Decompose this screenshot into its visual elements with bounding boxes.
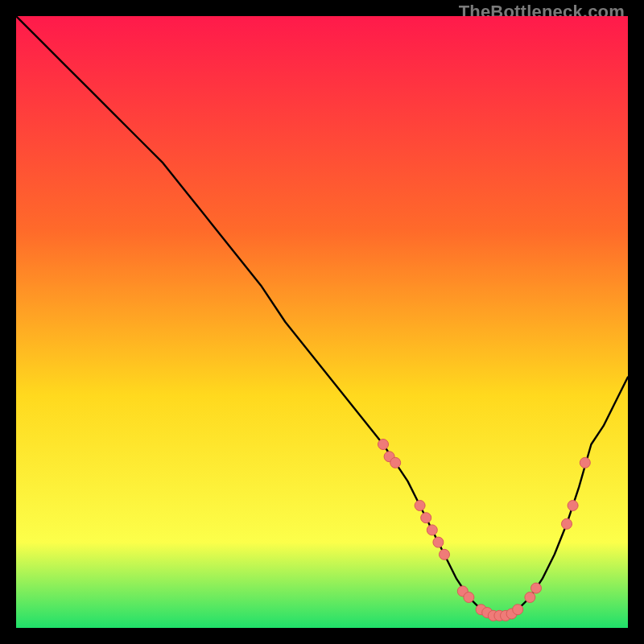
curve-marker: [580, 457, 590, 468]
curve-marker: [390, 457, 401, 468]
curve-marker: [464, 592, 474, 603]
curve-marker: [378, 440, 389, 450]
curve-marker: [433, 537, 444, 547]
bottleneck-chart: [16, 16, 628, 628]
curve-marker: [440, 549, 450, 559]
curve-marker: [513, 605, 523, 615]
curve-marker: [427, 525, 437, 535]
curve-marker: [415, 501, 425, 511]
curve-marker: [531, 583, 542, 593]
curve-marker: [562, 518, 572, 529]
chart-frame: [16, 16, 628, 628]
curve-marker: [568, 501, 578, 511]
curve-marker: [421, 513, 431, 523]
curve-marker: [525, 592, 535, 603]
